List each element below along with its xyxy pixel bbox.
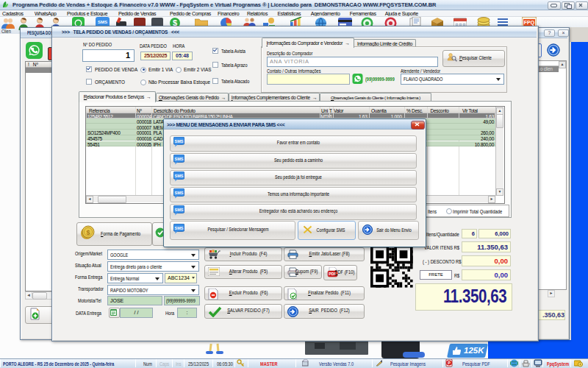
svg-text:SMS: SMS [175,226,184,230]
svg-text:SMS: SMS [175,156,184,160]
svg-text:FPQ: FPQ [524,20,535,26]
svg-text:SMS: SMS [175,173,184,177]
svg-text:SMS: SMS [175,190,184,194]
svg-text:$: $ [86,229,90,236]
svg-text:SMS: SMS [175,208,184,212]
svg-text:SMS: SMS [175,139,184,144]
svg-text:P: P [448,361,451,365]
